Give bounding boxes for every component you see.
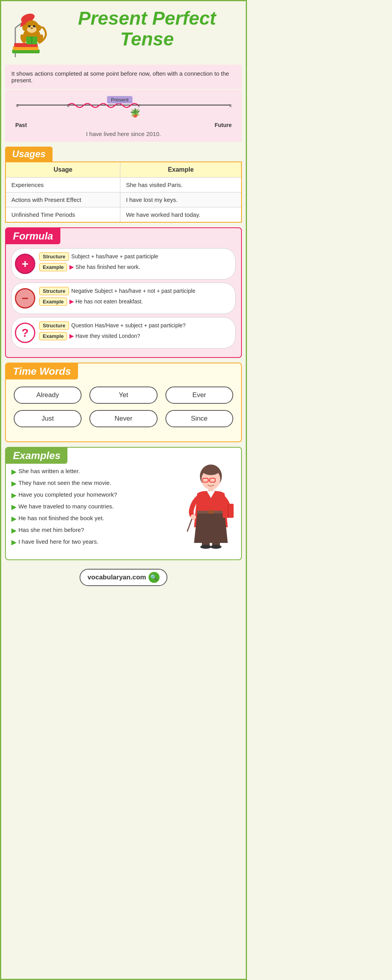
- past-label: Past: [15, 122, 27, 128]
- example-arrow-icon: ▶: [11, 527, 16, 534]
- monkey-illustration: [8, 8, 51, 61]
- example-text: We have traveled to many countries.: [18, 503, 114, 510]
- timeword-chip: Just: [14, 410, 82, 427]
- usages-col2-header: Example: [120, 162, 241, 178]
- formula-icon-plus: +: [15, 254, 35, 274]
- formula-icon-question: ?: [15, 323, 35, 343]
- description-text: It shows actions completed at some point…: [11, 70, 229, 83]
- example-text: He has not finished the book yet.: [18, 515, 104, 521]
- footer: vocabularyan.com 🔍: [1, 563, 246, 592]
- example-arrow-icon: ▶: [11, 480, 16, 487]
- formula-card: ? Structure Question Has/Have + subject …: [11, 317, 236, 348]
- header: Present Perfect Tense: [1, 1, 246, 65]
- example-text: They have not seen the new movie.: [18, 479, 111, 486]
- x-marker-left: x: [16, 103, 18, 108]
- usage-cell: Actions with Present Effect: [5, 192, 120, 207]
- timewords-grid: AlreadyYetEverJustNeverSince: [6, 379, 241, 434]
- svg-rect-31: [228, 504, 229, 518]
- formula-structure-row: Structure Subject + has/have + past part…: [39, 252, 230, 261]
- example-badge: Example: [39, 263, 67, 271]
- title-block: Present Perfect Tense: [55, 8, 239, 50]
- description-box: It shows actions completed at some point…: [5, 65, 242, 89]
- table-row: Unfinished Time PeriodsWe have worked ha…: [5, 207, 241, 223]
- x-marker-mid2: x: [138, 103, 140, 108]
- svg-point-35: [211, 545, 221, 549]
- formula-structure-row: Structure Negative Subject + has/have + …: [39, 287, 230, 295]
- list-item: ▶She has written a letter.: [11, 468, 173, 475]
- timeline-labels: Past Future: [13, 122, 234, 128]
- table-row: ExperiencesShe has visited Paris.: [5, 178, 241, 192]
- example-cell: She has visited Paris.: [120, 178, 241, 192]
- list-item: ▶Have you completed your homework?: [11, 491, 173, 499]
- timeword-chip: Yet: [89, 387, 157, 404]
- timeline-container: Present x x x x 🪴: [13, 96, 234, 120]
- timewords-heading: Time Words: [6, 363, 78, 379]
- present-label: Present: [107, 96, 132, 103]
- formula-card: − Structure Negative Subject + has/have …: [11, 283, 236, 314]
- example-arrow-icon: ▶: [11, 503, 16, 511]
- example-text: ▶Have they visited London?: [69, 333, 140, 339]
- list-item: ▶I have lived here for two years.: [11, 538, 173, 546]
- timeline-box: Present x x x x 🪴 Past Future I have liv…: [5, 90, 242, 142]
- example-text: ▶She has finished her work.: [69, 264, 140, 270]
- structure-badge: Structure: [39, 287, 69, 295]
- structure-badge: Structure: [39, 321, 69, 330]
- svg-point-34: [200, 545, 211, 549]
- example-arrow-icon: ▶: [11, 492, 16, 499]
- svg-point-13: [22, 25, 27, 31]
- examples-content: ▶She has written a letter.▶They have not…: [6, 464, 241, 554]
- formula-icon-minus: −: [15, 288, 35, 309]
- formula-heading: Formula: [6, 228, 60, 244]
- example-arrow-icon: ▶: [11, 515, 16, 523]
- table-row: Actions with Present EffectI have lost m…: [5, 192, 241, 207]
- examples-list: ▶She has written a letter.▶They have not…: [6, 464, 177, 554]
- formula-card: + Structure Subject + has/have + past pa…: [11, 248, 236, 279]
- timeword-chip: Never: [89, 410, 157, 427]
- formula-section: Formula + Structure Subject + has/have +…: [5, 227, 242, 358]
- examples-section: Examples ▶She has written a letter.▶They…: [5, 447, 242, 560]
- example-badge: Example: [39, 332, 67, 340]
- website-text: vocabularyan.com: [87, 573, 146, 581]
- formula-example-row: Example ▶She has finished her work.: [39, 263, 230, 271]
- timeline-example-sentence: I have lived here since 2010.: [13, 131, 234, 137]
- usages-col1-header: Usage: [5, 162, 120, 178]
- example-cell: We have worked hard today.: [120, 207, 241, 223]
- svg-point-10: [28, 25, 31, 27]
- usages-table: Usage Example ExperiencesShe has visited…: [5, 162, 242, 223]
- footer-badge: vocabularyan.com 🔍: [80, 569, 167, 586]
- examples-heading: Examples: [6, 448, 67, 464]
- timeword-chip: Since: [165, 410, 233, 427]
- structure-badge: Structure: [39, 252, 69, 261]
- structure-text: Subject + has/have + past participle: [71, 253, 158, 260]
- timeword-chip: Ever: [165, 387, 233, 404]
- x-marker-right: x: [229, 103, 232, 108]
- structure-text: Negative Subject + has/have + not + past…: [71, 288, 195, 294]
- usages-heading: Usages: [5, 147, 53, 162]
- formula-example-row: Example ▶Have they visited London?: [39, 332, 230, 340]
- list-item: ▶We have traveled to many countries.: [11, 503, 173, 511]
- main-title: Present Perfect Tense: [55, 8, 239, 50]
- formula-cards-container: + Structure Subject + has/have + past pa…: [6, 248, 241, 348]
- example-arrow-icon: ▶: [11, 539, 16, 546]
- usage-cell: Experiences: [5, 178, 120, 192]
- timeword-chip: Already: [14, 387, 82, 404]
- list-item: ▶He has not finished the book yet.: [11, 515, 173, 523]
- svg-point-24: [202, 466, 220, 475]
- teacher-figure: [180, 464, 241, 554]
- search-icon: 🔍: [149, 572, 160, 583]
- example-badge: Example: [39, 298, 67, 306]
- usage-cell: Unfinished Time Periods: [5, 207, 120, 223]
- example-cell: I have lost my keys.: [120, 192, 241, 207]
- example-text: I have lived here for two years.: [18, 538, 98, 545]
- svg-point-11: [33, 25, 35, 27]
- formula-structure-row: Structure Question Has/Have + subject + …: [39, 321, 230, 330]
- x-marker-mid1: x: [67, 103, 69, 108]
- example-text: She has written a letter.: [18, 468, 80, 474]
- usages-section: Usages Usage Example ExperiencesShe has …: [5, 147, 242, 223]
- plant-icon: 🪴: [130, 108, 140, 118]
- example-text: Has she met him before?: [18, 526, 84, 533]
- list-item: ▶They have not seen the new movie.: [11, 479, 173, 487]
- example-text: ▶He has not eaten breakfast.: [69, 298, 143, 305]
- future-label: Future: [214, 122, 232, 128]
- svg-point-12: [31, 27, 33, 29]
